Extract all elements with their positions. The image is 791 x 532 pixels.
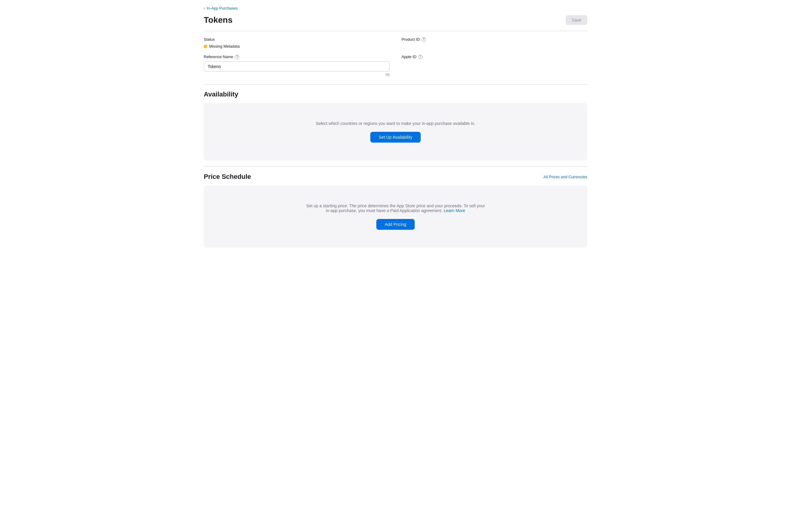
price-schedule-section: Price Schedule All Prices and Currencies… [204, 173, 587, 248]
back-chevron-icon: ‹ [204, 6, 205, 11]
price-schedule-title: Price Schedule [204, 173, 251, 180]
status-row: Missing Metadata [204, 44, 390, 49]
breadcrumb-link[interactable]: In-App Purchases [207, 6, 238, 11]
availability-description: Select which countries or regions you wa… [316, 121, 475, 126]
availability-divider [204, 167, 587, 167]
learn-more-link[interactable]: Learn More [444, 208, 465, 213]
add-pricing-button[interactable]: Add Pricing [376, 219, 415, 230]
header-divider [204, 31, 587, 31]
price-schedule-header: Price Schedule All Prices and Currencies [204, 173, 587, 180]
apple-id-label: Apple ID ? [401, 55, 587, 59]
status-group: Status Missing Metadata [204, 37, 390, 49]
status-dot-icon [204, 45, 207, 48]
reference-name-label: Reference Name ? [204, 55, 390, 59]
page-title: Tokens [204, 15, 232, 25]
reference-name-help-icon[interactable]: ? [235, 55, 239, 59]
status-value: Missing Metadata [209, 44, 240, 49]
product-id-group: Product ID ? [401, 37, 587, 49]
status-label: Status [204, 37, 390, 42]
availability-content-box: Select which countries or regions you wa… [204, 103, 587, 160]
price-schedule-description: Set up a starting price. The price deter… [306, 203, 485, 213]
form-divider [204, 84, 587, 84]
page-header: Tokens Save [204, 15, 587, 25]
char-count: 58 [204, 73, 390, 77]
price-schedule-content-box: Set up a starting price. The price deter… [204, 186, 587, 248]
save-button[interactable]: Save [566, 15, 587, 25]
apple-id-group: Apple ID ? [401, 55, 587, 77]
all-prices-link[interactable]: All Prices and Currencies [544, 175, 587, 179]
apple-id-help-icon[interactable]: ? [418, 55, 422, 59]
reference-name-input[interactable] [204, 61, 390, 72]
availability-header: Availability [204, 91, 587, 98]
product-id-help-icon[interactable]: ? [421, 37, 426, 42]
set-up-availability-button[interactable]: Set Up Availability [370, 132, 421, 142]
reference-name-group: Reference Name ? 58 [204, 55, 390, 77]
product-id-label: Product ID ? [401, 37, 587, 42]
availability-title: Availability [204, 91, 238, 98]
availability-section: Availability Select which countries or r… [204, 91, 587, 160]
form-grid: Status Missing Metadata Product ID ? Ref… [204, 37, 587, 84]
breadcrumb: ‹ In-App Purchases [204, 6, 587, 11]
